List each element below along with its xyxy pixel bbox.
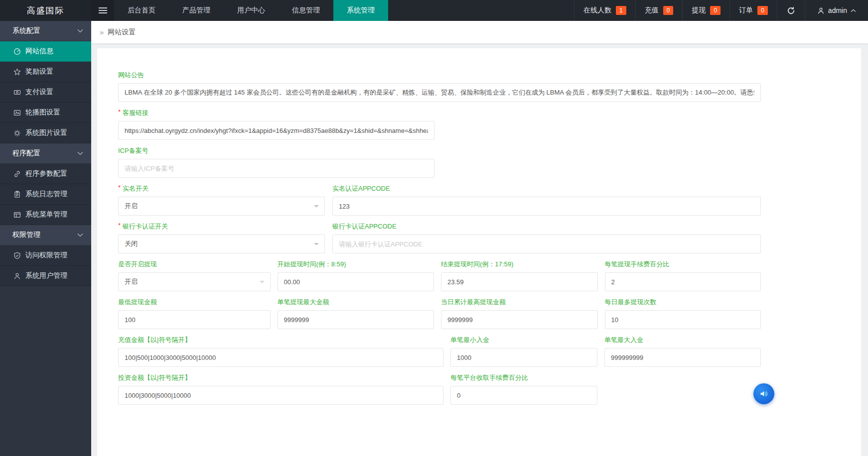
withdraw-times-label: 每日最多提现次数 bbox=[605, 298, 761, 306]
withdraw-end-input[interactable] bbox=[441, 272, 598, 291]
sidebar-group-system-config[interactable]: 系统配置 bbox=[0, 21, 91, 41]
sidebar-item-label: 轮播图设置 bbox=[25, 108, 60, 117]
realname-appcode-input[interactable] bbox=[332, 197, 761, 216]
sidebar-item-label: 系统菜单管理 bbox=[25, 210, 67, 219]
required-mark: * bbox=[118, 184, 121, 191]
link-icon bbox=[13, 170, 21, 178]
nav-item-products[interactable]: 产品管理 bbox=[169, 0, 224, 21]
gear-icon bbox=[13, 129, 21, 137]
nav-item-system[interactable]: 系统管理 bbox=[333, 0, 388, 21]
sidebar-item-label: 访问权限管理 bbox=[25, 251, 67, 260]
realname-switch-select[interactable]: 开启 bbox=[118, 197, 325, 216]
realname-appcode-label: 实名认证APPCODE bbox=[332, 184, 761, 193]
site-settings-form: 网站公告 *客服链接 ICP备案号 bbox=[118, 71, 761, 405]
stat-online-users[interactable]: 在线人数 1 bbox=[574, 0, 635, 21]
chevron-down-icon bbox=[314, 243, 319, 248]
chevron-down-icon bbox=[77, 233, 83, 237]
sidebar-item-system-menus[interactable]: 系统菜单管理 bbox=[0, 205, 91, 225]
chevron-down-icon bbox=[77, 151, 83, 155]
withdraw-enable-select[interactable]: 开启 bbox=[118, 272, 271, 291]
icp-input[interactable] bbox=[118, 159, 434, 178]
stat-label: 提现 bbox=[692, 6, 706, 15]
user-menu[interactable]: admin bbox=[805, 0, 868, 21]
required-mark: * bbox=[118, 222, 121, 229]
withdraw-enable-value: 开启 bbox=[119, 273, 270, 291]
nav-item-info[interactable]: 信息管理 bbox=[279, 0, 333, 21]
invest-amounts-label: 投资金额【以|符号隔开】 bbox=[118, 373, 443, 382]
payment-icon bbox=[13, 89, 21, 96]
sidebar-item-system-logs[interactable]: 系统日志管理 bbox=[0, 184, 91, 205]
stat-orders[interactable]: 订单 0 bbox=[729, 0, 777, 21]
floating-sound-button[interactable] bbox=[753, 383, 774, 404]
user-icon bbox=[817, 7, 825, 14]
withdraw-times-input[interactable] bbox=[605, 310, 761, 329]
stat-label: 充值 bbox=[645, 6, 659, 15]
username: admin bbox=[828, 6, 847, 14]
sidebar-item-site-info[interactable]: 网站信息 bbox=[0, 41, 91, 62]
withdraw-max-daily-label: 当日累计最高提现金额 bbox=[441, 298, 598, 306]
nav-item-users[interactable]: 用户中心 bbox=[224, 0, 279, 21]
announcement-input[interactable] bbox=[118, 83, 761, 102]
sidebar-group-permissions[interactable]: 权限管理 bbox=[0, 225, 91, 245]
top-navbar: 高盛国际 后台首页 产品管理 用户中心 信息管理 系统管理 在线人数 1 充值 … bbox=[0, 0, 868, 21]
sidebar-item-reward-settings[interactable]: 奖励设置 bbox=[0, 62, 91, 82]
app-logo: 高盛国际 bbox=[0, 0, 91, 21]
icp-label: ICP备案号 bbox=[118, 146, 434, 155]
deposit-min-input[interactable] bbox=[450, 348, 597, 367]
realname-switch-value: 开启 bbox=[119, 197, 324, 215]
withdraw-max-single-input[interactable] bbox=[278, 310, 434, 329]
sidebar-item-payment-settings[interactable]: 支付设置 bbox=[0, 82, 91, 103]
recharge-amounts-label: 充值金额【以|符号隔开】 bbox=[118, 336, 443, 344]
status-badge: 0 bbox=[663, 6, 674, 15]
hamburger-menu-icon[interactable] bbox=[91, 0, 114, 21]
withdraw-fee-input[interactable] bbox=[605, 272, 761, 291]
bankcard-switch-label: *银行卡认证开关 bbox=[118, 222, 325, 230]
deposit-min-label: 单笔最小入金 bbox=[450, 336, 597, 344]
sidebar-item-label: 支付设置 bbox=[25, 88, 53, 97]
status-badge: 1 bbox=[616, 6, 626, 15]
service-link-input[interactable] bbox=[118, 121, 434, 140]
sidebar-item-label: 系统日志管理 bbox=[25, 190, 67, 199]
sidebar-item-label: 奖励设置 bbox=[25, 67, 53, 76]
bankcard-appcode-input[interactable] bbox=[332, 234, 761, 253]
status-badge: 0 bbox=[757, 6, 768, 15]
deposit-max-label: 单笔最大入金 bbox=[604, 336, 761, 344]
chevron-down-icon bbox=[260, 281, 265, 286]
sidebar-item-access-permissions[interactable]: 访问权限管理 bbox=[0, 245, 91, 266]
sidebar-item-system-images[interactable]: 系统图片设置 bbox=[0, 123, 91, 143]
nav-item-home[interactable]: 后台首页 bbox=[114, 0, 169, 21]
withdraw-fee-label: 每笔提现手续费百分比 bbox=[605, 260, 761, 268]
required-mark: * bbox=[118, 108, 121, 115]
sidebar-item-label: 网站信息 bbox=[25, 47, 53, 56]
withdraw-min-input[interactable] bbox=[118, 310, 271, 329]
withdraw-start-input[interactable] bbox=[278, 272, 434, 291]
withdraw-end-label: 结束提现时间(例：17:59) bbox=[441, 260, 598, 268]
page-title: 网站设置 bbox=[108, 28, 136, 37]
sidebar-item-label: 系统用户管理 bbox=[25, 271, 67, 280]
breadcrumb: » 网站设置 bbox=[91, 21, 868, 43]
sidebar-item-program-params[interactable]: 程序参数配置 bbox=[0, 164, 91, 184]
menu-layout-icon bbox=[13, 211, 21, 219]
stat-recharge[interactable]: 充值 0 bbox=[635, 0, 683, 21]
stat-withdraw[interactable]: 提现 0 bbox=[682, 0, 729, 21]
withdraw-start-label: 开始提现时间(例：8:59) bbox=[278, 260, 434, 268]
sidebar-item-label: 程序参数配置 bbox=[25, 169, 67, 178]
sidebar-group-program-config[interactable]: 程序配置 bbox=[0, 143, 91, 164]
refresh-icon[interactable] bbox=[777, 0, 805, 21]
chevron-down-icon bbox=[314, 205, 319, 210]
log-icon bbox=[13, 191, 21, 198]
stat-label: 订单 bbox=[739, 6, 753, 15]
carousel-icon bbox=[13, 109, 21, 116]
invest-amounts-input[interactable] bbox=[118, 386, 443, 405]
sidebar-item-carousel-settings[interactable]: 轮播图设置 bbox=[0, 103, 91, 123]
dashboard-icon bbox=[13, 48, 21, 55]
announcement-label: 网站公告 bbox=[118, 71, 761, 79]
recharge-amounts-input[interactable] bbox=[118, 348, 443, 367]
sidebar-item-system-users[interactable]: 系统用户管理 bbox=[0, 266, 91, 286]
deposit-max-input[interactable] bbox=[604, 348, 761, 367]
withdraw-max-daily-input[interactable] bbox=[441, 310, 598, 329]
bankcard-switch-select[interactable]: 关闭 bbox=[118, 234, 325, 253]
breadcrumb-chevrons-icon: » bbox=[100, 28, 104, 36]
chevron-down-icon bbox=[77, 29, 83, 33]
platform-fee-input[interactable] bbox=[450, 386, 597, 405]
